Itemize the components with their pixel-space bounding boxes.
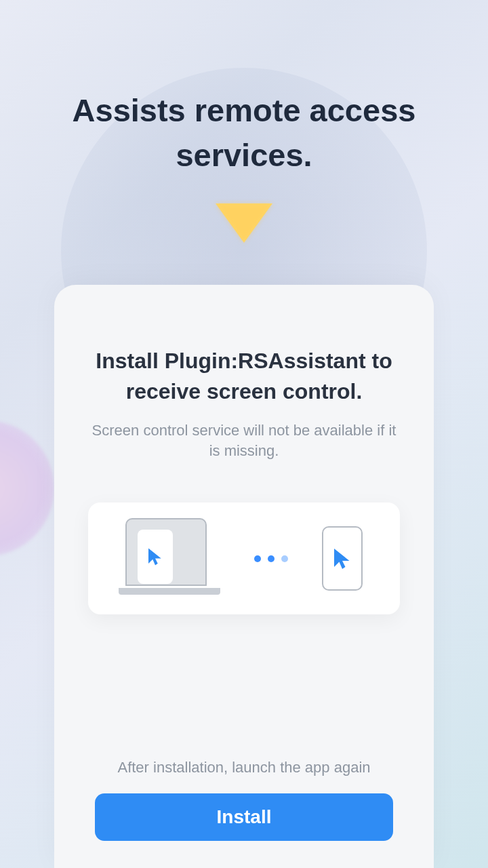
install-card: Install Plugin:RSAssistant to receive sc…: [54, 285, 434, 868]
install-button[interactable]: Install: [95, 793, 393, 841]
hero-title: Assists remote access services.: [0, 88, 488, 178]
laptop-icon: [125, 515, 220, 603]
screen-control-illustration: [88, 502, 400, 614]
connection-dots-icon: [254, 555, 288, 562]
card-title: Install Plugin:RSAssistant to receive sc…: [81, 346, 407, 407]
background-blob: [0, 420, 54, 556]
cursor-icon: [145, 547, 165, 567]
footer-text: After installation, launch the app again: [81, 759, 407, 776]
cursor-icon: [330, 547, 354, 571]
card-subtitle: Screen control service will not be avail…: [81, 420, 407, 462]
down-triangle-icon: [216, 203, 272, 243]
phone-icon: [322, 526, 363, 591]
